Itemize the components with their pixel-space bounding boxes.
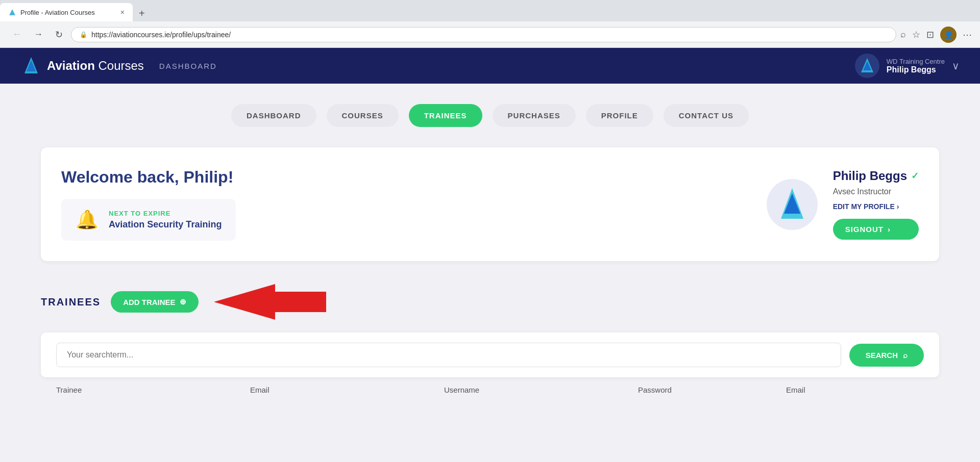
- logo-text: Aviation Courses: [47, 59, 144, 73]
- table-headers: Trainee Email Username Password Email: [41, 377, 939, 394]
- header-user-menu[interactable]: WD Training Centre Philip Beggs ∨: [855, 54, 960, 78]
- header-nav-label: DASHBOARD: [159, 62, 217, 70]
- browser-search-icon[interactable]: ⌕: [900, 29, 906, 40]
- col-header-email2: Email: [786, 386, 924, 394]
- col-header-trainee: Trainee: [56, 386, 240, 394]
- nav-pill-trainees[interactable]: TRAINEES: [409, 104, 482, 127]
- header-user-name: Philip Beggs: [887, 65, 945, 74]
- nav-pill-profile[interactable]: PROFILE: [586, 104, 653, 127]
- search-input[interactable]: [56, 343, 841, 367]
- browser-menu-icon[interactable]: ⋯: [963, 29, 972, 40]
- tab-title: Profile - Aviation Courses: [20, 9, 116, 16]
- page-content: DASHBOARD COURSES TRAINEES PURCHASES PRO…: [0, 84, 980, 415]
- search-button[interactable]: SEARCH ⌕: [849, 344, 924, 367]
- address-bar[interactable]: 🔒 https://aviationcourses.ie/profile/ups…: [71, 27, 896, 42]
- search-row: SEARCH ⌕: [56, 343, 924, 367]
- lock-icon: 🔒: [80, 31, 87, 38]
- forward-button[interactable]: →: [30, 27, 47, 42]
- browser-profile-avatar[interactable]: 👤: [940, 27, 957, 43]
- add-trainee-button[interactable]: ADD TRAINEE ⊕: [111, 291, 199, 313]
- refresh-button[interactable]: ↻: [51, 27, 67, 42]
- header-logo-avatar: [857, 56, 877, 76]
- expire-label: NEXT TO EXPIRE: [109, 210, 222, 217]
- back-button[interactable]: ←: [8, 27, 26, 42]
- profile-card-right: Philip Beggs ✓ Avsec Instructor EDIT MY …: [767, 169, 919, 240]
- header-dropdown-icon[interactable]: ∨: [952, 60, 960, 72]
- verified-badge: ✓: [911, 170, 919, 182]
- browser-collections-icon[interactable]: ⊡: [926, 29, 934, 40]
- welcome-card: Welcome back, Philip! 🔔 NEXT TO EXPIRE A…: [41, 147, 939, 261]
- profile-name: Philip Beggs ✓: [833, 169, 919, 183]
- tab-close-button[interactable]: ×: [120, 8, 125, 16]
- expire-course: Aviation Security Training: [109, 219, 222, 230]
- nav-pill-contact[interactable]: CONTACT US: [664, 104, 749, 127]
- logo-area: Aviation Courses DASHBOARD: [20, 55, 855, 76]
- bell-icon: 🔔: [76, 209, 99, 230]
- browser-star-icon[interactable]: ☆: [912, 29, 920, 40]
- welcome-left: Welcome back, Philip! 🔔 NEXT TO EXPIRE A…: [61, 168, 236, 241]
- profile-logo-svg: [772, 184, 813, 225]
- expire-box: 🔔 NEXT TO EXPIRE Aviation Security Train…: [61, 199, 236, 241]
- header-user-info: WD Training Centre Philip Beggs: [887, 58, 945, 74]
- col-header-username: Username: [444, 386, 628, 394]
- header-user-avatar: [855, 54, 879, 78]
- red-arrow-icon: [214, 281, 326, 322]
- profile-avatar-large: [767, 179, 818, 230]
- nav-pill-dashboard[interactable]: DASHBOARD: [231, 104, 316, 127]
- app-header: Aviation Courses DASHBOARD WD Training C…: [0, 48, 980, 84]
- col-header-email: Email: [250, 386, 434, 394]
- url-text: https://aviationcourses.ie/profile/ups/t…: [91, 31, 888, 39]
- new-tab-button[interactable]: +: [133, 6, 151, 21]
- arrow-container: [214, 281, 326, 322]
- svg-marker-7: [784, 193, 800, 214]
- nav-pill-courses[interactable]: COURSES: [327, 104, 399, 127]
- profile-info: Philip Beggs ✓ Avsec Instructor EDIT MY …: [833, 169, 919, 240]
- logo-icon: [20, 55, 42, 76]
- signout-button[interactable]: SIGNOUT ›: [833, 219, 919, 240]
- trainees-header: TRAINEES ADD TRAINEE ⊕: [41, 281, 939, 322]
- header-user-org: WD Training Centre: [887, 58, 945, 65]
- welcome-greeting: Welcome back, Philip!: [61, 168, 236, 187]
- expire-info: NEXT TO EXPIRE Aviation Security Trainin…: [109, 210, 222, 230]
- tab-favicon: [8, 8, 16, 16]
- nav-pills: DASHBOARD COURSES TRAINEES PURCHASES PRO…: [41, 104, 939, 127]
- browser-tab[interactable]: Profile - Aviation Courses ×: [0, 3, 133, 21]
- col-header-password: Password: [638, 386, 776, 394]
- edit-profile-link[interactable]: EDIT MY PROFILE ›: [833, 202, 919, 211]
- nav-pill-purchases[interactable]: PURCHASES: [493, 104, 576, 127]
- browser-actions: ⌕ ☆ ⊡ 👤 ⋯: [900, 27, 972, 43]
- search-bar-section: SEARCH ⌕: [41, 332, 939, 377]
- trainees-title: TRAINEES: [41, 296, 101, 308]
- svg-marker-8: [214, 284, 326, 320]
- profile-role: Avsec Instructor: [833, 187, 919, 196]
